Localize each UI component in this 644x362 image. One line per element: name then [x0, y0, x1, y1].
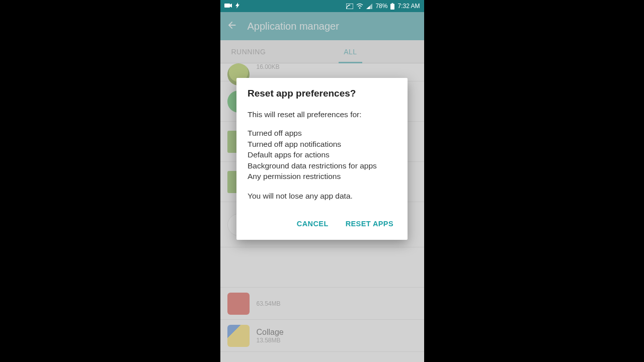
signal-icon	[366, 4, 372, 9]
reset-apps-button[interactable]: RESET APPS	[344, 217, 395, 231]
dialog-footer: You will not lose any app data.	[248, 191, 396, 201]
dialog-item: Turned off apps	[248, 128, 396, 138]
dialog-intro: This will reset all preferences for:	[248, 109, 396, 120]
clock-text: 7:32 AM	[397, 3, 420, 10]
wifi-icon	[356, 4, 363, 9]
cast-icon	[346, 4, 353, 9]
svg-rect-4	[390, 4, 394, 10]
svg-rect-0	[224, 4, 230, 8]
bolt-icon	[235, 3, 239, 10]
cancel-button[interactable]: CANCEL	[295, 217, 331, 231]
battery-pct: 78%	[375, 3, 387, 10]
svg-rect-3	[392, 3, 393, 4]
dialog-item: Any permission restrictions	[248, 171, 396, 182]
dialog-actions: CANCEL RESET APPS	[248, 210, 396, 235]
phone-frame: 78% 7:32 AM Application manager RUNNING …	[220, 0, 424, 362]
dialog-item: Turned off app notifications	[248, 139, 396, 149]
reset-dialog: Reset app preferences? This will reset a…	[236, 78, 408, 240]
battery-icon	[390, 3, 394, 10]
status-bar: 78% 7:32 AM	[220, 0, 424, 12]
status-left	[224, 3, 239, 10]
dialog-body: This will reset all preferences for: Tur…	[248, 109, 396, 202]
svg-point-2	[359, 7, 361, 9]
status-right: 78% 7:32 AM	[346, 3, 420, 10]
dialog-title: Reset app preferences?	[248, 88, 396, 99]
dialog-item: Background data restrictions for apps	[248, 160, 396, 171]
camera-icon	[224, 3, 232, 10]
dialog-item: Default apps for actions	[248, 149, 396, 160]
